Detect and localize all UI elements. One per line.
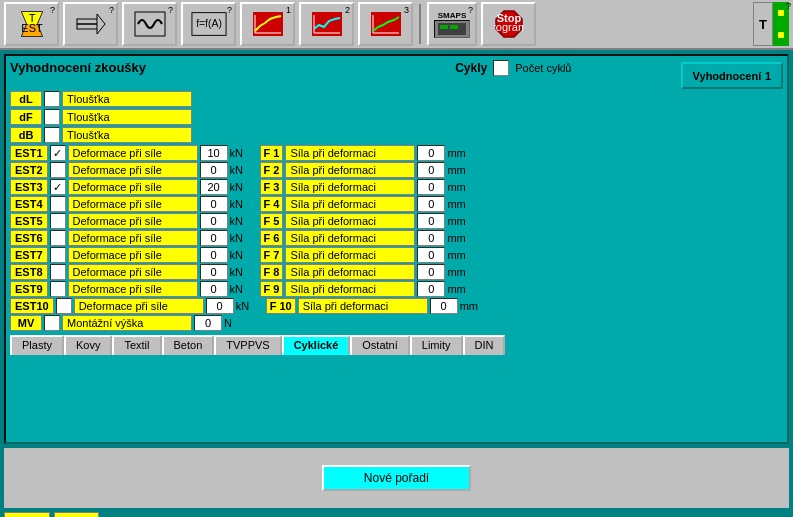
sila-label-9: Síla při deformaci [298, 298, 428, 314]
tab-textil[interactable]: Textil [112, 335, 161, 355]
est-unit-8: kN [230, 283, 250, 295]
est-value-input-8[interactable] [200, 281, 228, 297]
est-value-input-0[interactable] [200, 145, 228, 161]
sila-value-input-4[interactable] [417, 213, 445, 229]
eval-number: 1 [765, 70, 771, 82]
est-value-input-7[interactable] [200, 264, 228, 280]
tab-plasty[interactable]: Plasty [10, 335, 64, 355]
est-checkbox-9[interactable] [56, 298, 72, 314]
sila-value-input-6[interactable] [417, 247, 445, 263]
est-value-input-6[interactable] [200, 247, 228, 263]
svg-marker-6 [97, 14, 105, 34]
est-row-est4: EST4Deformace při sílekNF 4Síla při defo… [10, 196, 783, 212]
est-checkbox-7[interactable] [50, 264, 66, 280]
sila-label-0: Síla při deformaci [285, 145, 415, 161]
chart2-button[interactable]: 2 [299, 2, 354, 46]
est-checkbox-4[interactable] [50, 213, 66, 229]
section-title: Vyhodnocení zkoušky [10, 60, 146, 75]
wave-button[interactable]: ? [122, 2, 177, 46]
sila-value-input-8[interactable] [417, 281, 445, 297]
est-checkbox-2[interactable]: ✓ [50, 179, 66, 195]
est-unit-2: kN [230, 181, 250, 193]
est-checkbox-0[interactable]: ✓ [50, 145, 66, 161]
sila-value-input-3[interactable] [417, 196, 445, 212]
sila-unit-0: mm [447, 147, 467, 159]
est-value-input-2[interactable] [200, 179, 228, 195]
f-label-9: F 10 [266, 298, 296, 314]
eval-box: Vyhodnocení 1 [681, 62, 783, 89]
est-unit-7: kN [230, 266, 250, 278]
ffunc-button[interactable]: f=f(A) ? [181, 2, 236, 46]
est-value-input-4[interactable] [200, 213, 228, 229]
hourglass-number: ? [50, 5, 55, 15]
mv-checkbox[interactable] [44, 315, 60, 331]
est-unit-6: kN [230, 249, 250, 261]
chart3-icon [368, 10, 404, 38]
sila-value-input-5[interactable] [417, 230, 445, 246]
tab-beton[interactable]: Beton [162, 335, 215, 355]
tab-ostatni[interactable]: Ostatní [350, 335, 409, 355]
tab-kovy[interactable]: Kovy [64, 335, 112, 355]
hourglass-button[interactable]: T EST ? [4, 2, 59, 46]
dl-checkbox[interactable] [44, 91, 60, 107]
est-id-label-0: EST1 [10, 145, 48, 161]
stop-icon: Stop Programu [494, 9, 524, 39]
sila-value-input-2[interactable] [417, 179, 445, 195]
dot2 [778, 32, 784, 38]
tab-limity[interactable]: Limity [410, 335, 463, 355]
db-checkbox[interactable] [44, 127, 60, 143]
est-value-input-5[interactable] [200, 230, 228, 246]
est-checkbox-3[interactable] [50, 196, 66, 212]
bottom-labels: EST1 EST3 [4, 512, 789, 517]
mv-value-input[interactable] [194, 315, 222, 331]
est-row-est8: EST8Deformace při sílekNF 8Síla při defo… [10, 264, 783, 280]
tab-cyklicke[interactable]: Cyklické [282, 335, 351, 355]
tabs-row: Plasty Kovy Textil Beton TVPPVS Cyklické… [10, 335, 783, 355]
deformace-label-7: Deformace při síle [68, 264, 198, 280]
db-label: dB [10, 127, 42, 143]
arrow-button[interactable]: ? [63, 2, 118, 46]
f-label-7: F 8 [260, 264, 284, 280]
sila-label-1: Síla při deformaci [285, 162, 415, 178]
t-label: T [753, 2, 773, 46]
est-row-est9: EST9Deformace při sílekNF 9Síla při defo… [10, 281, 783, 297]
chart1-icon [250, 10, 286, 38]
deformace-label-8: Deformace při síle [68, 281, 198, 297]
f-label-4: F 5 [260, 213, 284, 229]
deformace-label-4: Deformace při síle [68, 213, 198, 229]
est-checkbox-5[interactable] [50, 230, 66, 246]
chart3-button[interactable]: 3 [358, 2, 413, 46]
est-row-est7: EST7Deformace při sílekNF 7Síla při defo… [10, 247, 783, 263]
cykly-checkbox[interactable] [493, 60, 509, 76]
mv-label: MV [10, 315, 42, 331]
chart3-number: 3 [404, 5, 409, 15]
f-label-2: F 3 [260, 179, 284, 195]
df-checkbox[interactable] [44, 109, 60, 125]
est-row-est3: EST3✓Deformace při sílekNF 3Síla při def… [10, 179, 783, 195]
new-order-button[interactable]: Nové pořadí [322, 465, 471, 491]
est-value-input-1[interactable] [200, 162, 228, 178]
chart1-button[interactable]: 1 [240, 2, 295, 46]
est-value-input-9[interactable] [206, 298, 234, 314]
tab-tvppvs[interactable]: TVPPVS [214, 335, 281, 355]
sila-value-input-9[interactable] [430, 298, 458, 314]
est-unit-4: kN [230, 215, 250, 227]
est-checkbox-8[interactable] [50, 281, 66, 297]
est-checkbox-6[interactable] [50, 247, 66, 263]
df-label: dF [10, 109, 42, 125]
arrow-number: ? [109, 5, 114, 15]
eval-label: Vyhodnocení [693, 70, 762, 82]
stop-button[interactable]: Stop Programu ? [481, 2, 536, 46]
sila-label-4: Síla při deformaci [285, 213, 415, 229]
sila-value-input-1[interactable] [417, 162, 445, 178]
est-value-input-3[interactable] [200, 196, 228, 212]
sila-value-input-0[interactable] [417, 145, 445, 161]
sila-value-input-7[interactable] [417, 264, 445, 280]
sila-unit-5: mm [447, 232, 467, 244]
sila-unit-9: mm [460, 300, 480, 312]
est-checkbox-1[interactable] [50, 162, 66, 178]
tab-din[interactable]: DIN [463, 335, 506, 355]
bottom-label-est3: EST3 [54, 512, 100, 517]
smaps-button[interactable]: SMAPS ? [427, 2, 477, 46]
est-id-label-6: EST7 [10, 247, 48, 263]
